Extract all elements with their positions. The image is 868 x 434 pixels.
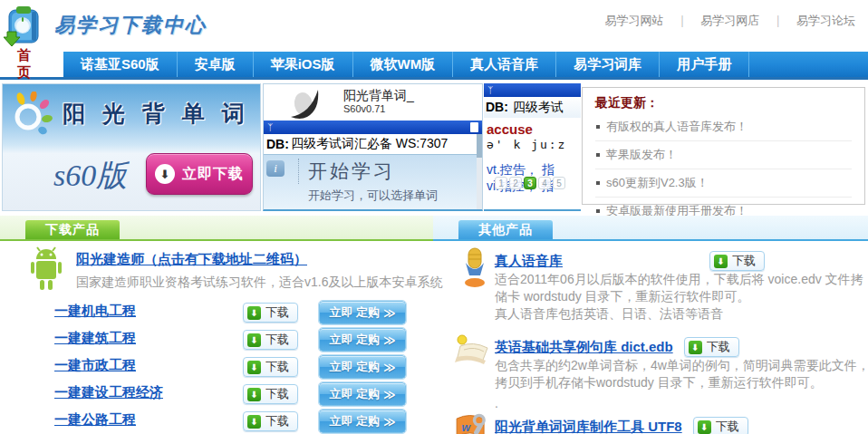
- download-arrow-icon: ⬇: [247, 415, 261, 429]
- download-button[interactable]: ⬇下载: [243, 384, 298, 404]
- order-now-button[interactable]: 立即 定购≫: [319, 355, 406, 379]
- section-bar-others: 其他产品: [433, 216, 868, 241]
- item-link[interactable]: 一建市政工程: [54, 357, 136, 372]
- download-label: 下载: [265, 332, 289, 348]
- download-row: 一建机电工程 ⬇下载 立即 定购≫: [54, 303, 417, 326]
- pager-item-active[interactable]: 3: [524, 177, 536, 189]
- download-label: 下载: [716, 419, 739, 434]
- order-now-button[interactable]: 立即 定购≫: [319, 410, 406, 433]
- order-label: 立即 定购: [329, 359, 380, 375]
- tab-other-products[interactable]: 其他产品: [458, 220, 553, 239]
- app-logo-icon: [287, 86, 338, 121]
- download-button[interactable]: ⬇下载: [243, 330, 298, 350]
- pager-item[interactable]: 1: [495, 177, 507, 189]
- word-phonetic: ə' k ju:z: [484, 137, 581, 151]
- signal-icon: ᛉ: [267, 123, 273, 132]
- product-desc-line: 适合2011年06月以后版本的软件使用，下载后将 voice.edv 文件拷: [495, 271, 863, 288]
- nav-tab-home[interactable]: 首 页: [0, 52, 63, 77]
- link-separator: ｜: [772, 14, 784, 27]
- item-link[interactable]: 一建公路工程: [54, 411, 136, 427]
- download-button[interactable]: ⬇下载: [709, 251, 765, 271]
- top-link-forum[interactable]: 易学习论坛: [796, 14, 855, 27]
- pager-item[interactable]: 5: [553, 177, 565, 189]
- product-link-jianzaoshi[interactable]: 阳光建造师（点击有下载地址二维码）: [76, 251, 307, 266]
- tab-download-products[interactable]: 下载产品: [25, 220, 120, 239]
- top-link-store[interactable]: 易学习网店: [700, 14, 759, 27]
- nav-tab-android[interactable]: 安卓版: [178, 52, 254, 77]
- nav-tab-ios[interactable]: 苹果iOS版: [254, 52, 353, 77]
- product-link-dict-tool[interactable]: 阳光背单词词库制作工具 UTF8: [495, 419, 682, 434]
- svg-text:w: w: [461, 421, 471, 434]
- product-desc-line: 储卡 wordstudy 目录下，重新运行软件即可。: [495, 288, 750, 305]
- download-arrow-icon: ⬇: [689, 341, 702, 354]
- news-item[interactable]: 苹果版发布！: [595, 141, 852, 169]
- download-arrow-icon: ⬇: [714, 255, 728, 268]
- order-label: 立即 定购: [329, 304, 380, 321]
- item-link[interactable]: 一建机电工程: [54, 303, 136, 318]
- download-button[interactable]: ⬇下载: [684, 337, 739, 357]
- main-nav: 首 页 诺基亚S60版 安卓版 苹果iOS版 微软WM版 真人语音库 易学习词库…: [0, 52, 868, 80]
- section-bar-downloads: 下载产品: [0, 216, 433, 241]
- db-value: 四级考试: [513, 100, 564, 114]
- android-icon: [25, 246, 67, 292]
- nav-tab-s60[interactable]: 诺基亚S60版: [63, 52, 178, 77]
- product-title-row: 阳光背单词词库制作工具 UTF8 ⬇下载: [495, 417, 748, 434]
- download-button[interactable]: ⬇下载: [243, 411, 298, 431]
- tool-icon: w: [453, 412, 489, 434]
- news-item-text: s60更新到V2.3版！: [606, 175, 709, 191]
- order-now-button[interactable]: 立即 定购≫: [319, 328, 406, 352]
- banner-download-button[interactable]: ⬇ 立即下载: [146, 153, 253, 195]
- top-link-website[interactable]: 易学习网站: [605, 14, 664, 27]
- menu-item-start-study: 开始学习: [298, 159, 395, 184]
- download-arrow-icon: ⬇: [698, 420, 711, 434]
- order-label: 立即 定购: [329, 332, 380, 348]
- product-link-example-db[interactable]: 英语基础共享例句库 dict.edb: [495, 339, 673, 356]
- app-title: 阳光背单词_: [343, 88, 414, 104]
- pager-item[interactable]: 4: [538, 177, 551, 189]
- download-arrow-icon: ⬇: [155, 164, 175, 184]
- site-header: 易学习下载中心 易学习网站｜易学习网店｜易学习论坛: [0, 0, 868, 52]
- sun-logo-icon: [8, 92, 53, 137]
- product-title-row: 真人语音库 ⬇下载: [495, 251, 765, 271]
- download-label: 下载: [265, 386, 289, 402]
- link-separator: ｜: [677, 14, 689, 27]
- signal-icon: ᛉ: [487, 86, 493, 95]
- product-desc-line: .: [495, 395, 498, 412]
- download-row: 一建公路工程 ⬇下载 立即 定购≫: [54, 411, 417, 434]
- product-title-row: 阳光建造师（点击有下载地址二维码）: [76, 251, 307, 268]
- db-status-line: DB: 四级考试: [484, 97, 581, 118]
- product-link-voice-lib[interactable]: 真人语音库: [495, 253, 563, 270]
- order-now-button[interactable]: 立即 定购≫: [319, 301, 406, 324]
- order-now-button[interactable]: 立即 定购≫: [319, 382, 406, 406]
- download-row: 一建建筑工程 ⬇下载 立即 定购≫: [54, 330, 417, 353]
- download-button[interactable]: ⬇下载: [243, 357, 298, 377]
- nav-tab-voice[interactable]: 真人语音库: [453, 52, 556, 77]
- order-label: 立即 定购: [329, 413, 380, 429]
- screenshot-pager: 1 2 3 4 5: [495, 177, 565, 189]
- app-screenshot-word: ᛉ DB: 四级考试 accuse ə' k ju:z vt.控告， 指 vi.…: [484, 83, 581, 211]
- site-logo[interactable]: 易学习下载中心: [4, 3, 207, 48]
- nav-tab-dict[interactable]: 易学习词库: [556, 52, 660, 77]
- promo-banner[interactable]: 阳 光 背 单 词 s60版 ⬇ 立即下载: [2, 83, 261, 211]
- item-link[interactable]: 一建建设工程经济: [54, 384, 163, 400]
- download-label: 下载: [707, 339, 730, 355]
- item-link[interactable]: 一建建筑工程: [54, 330, 136, 345]
- news-item[interactable]: s60更新到V2.3版！: [595, 169, 852, 198]
- pager-item[interactable]: 2: [509, 177, 522, 189]
- product-desc-line: 拷贝到手机存储卡wordstudy 目录下，重新运行软件即可。: [495, 374, 823, 391]
- download-button[interactable]: ⬇下载: [693, 417, 748, 434]
- recent-updates-box: 最近更新： 有版权的真人语音库发布！ 苹果版发布！ s60更新到V2.3版！ 安…: [582, 87, 865, 205]
- download-arrow-icon: ⬇: [247, 388, 261, 401]
- phone-status-bar: ᛉ: [484, 83, 581, 97]
- product-desc: 国家建造师职业资格考试练习软件，适合v1.6及以上版本安卓系统: [76, 275, 442, 291]
- download-button[interactable]: ⬇下载: [243, 303, 298, 323]
- nav-tab-wm[interactable]: 微软WM版: [353, 52, 454, 77]
- order-label: 立即 定购: [329, 386, 380, 402]
- nav-tab-manual[interactable]: 用户手册: [660, 52, 749, 77]
- download-label: 下载: [265, 413, 289, 429]
- news-item-text: 有版权的真人语音库发布！: [606, 119, 747, 135]
- news-item[interactable]: 有版权的真人语音库发布！: [595, 113, 852, 141]
- download-label: 下载: [265, 359, 289, 375]
- product-title-row: 英语基础共享例句库 dict.edb ⬇下载: [495, 337, 739, 357]
- db-status-line: DB: 四级考试词汇必备 WS:7307: [264, 134, 482, 154]
